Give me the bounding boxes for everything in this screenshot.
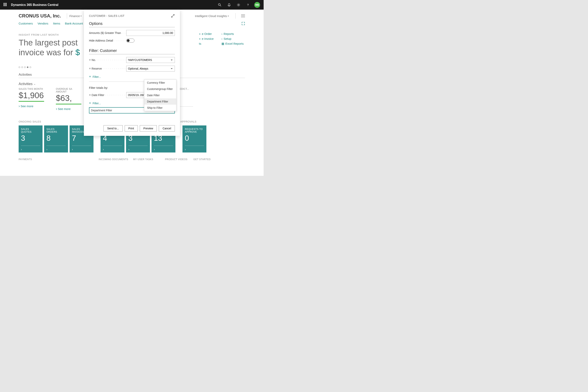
customer-sales-dialog: CUSTOMER - SALES LIST Options Amounts ($…	[84, 10, 180, 136]
company-name[interactable]: CRONUS USA, Inc.	[18, 13, 61, 18]
remove-filter-icon[interactable]: ×	[89, 93, 91, 97]
metric-value: $63,	[56, 94, 81, 103]
chevron-down-icon: ▾	[228, 15, 229, 17]
chevron-right-icon: ›	[154, 148, 155, 151]
filter-dropdown: Currency Filter Customergroup Filter Dat…	[144, 80, 176, 111]
send-to-button[interactable]: Send to...	[104, 125, 123, 132]
amount-input[interactable]	[126, 30, 175, 36]
divider	[67, 13, 67, 18]
plus-icon: +	[199, 32, 201, 36]
svg-point-2	[238, 4, 239, 6]
chevron-right-icon: ›	[222, 32, 222, 36]
gear-icon[interactable]	[236, 3, 240, 7]
add-filter-link[interactable]: Filter...	[89, 75, 175, 79]
date-filter-label: ×Date Filter	[89, 93, 126, 97]
filter-heading: Filter: Customer	[89, 48, 175, 54]
metric-bar	[18, 101, 44, 102]
preview-button[interactable]: Preview	[140, 125, 157, 132]
tab-bank[interactable]: Bank Account	[65, 22, 83, 25]
link-reports[interactable]: ›Reports	[222, 32, 244, 36]
menu-icon[interactable]	[241, 14, 245, 17]
reserve-label: ×Reserve	[89, 67, 126, 70]
help-icon[interactable]: ?	[246, 3, 250, 7]
chevron-right-icon: ›	[185, 148, 186, 151]
plus-icon: +	[199, 37, 201, 40]
amount-label: Amounts ($) Greater Than	[89, 31, 126, 34]
print-button[interactable]: Print	[125, 125, 138, 132]
ongoing-sales-label: ONGOING SALES	[18, 120, 41, 123]
top-bar: Dynamics 365 Business Central ? MB	[0, 0, 264, 10]
tab-vendors[interactable]: Vendors	[38, 22, 48, 25]
chevron-right-icon: ›	[222, 37, 222, 40]
quick-links: +e Order +e Invoice ts ›Reports ›Setup ▦…	[199, 32, 244, 47]
metric-overdue: OVERDUE SA AMOUNT $63, See more	[56, 88, 81, 113]
options-heading: Options	[89, 21, 175, 27]
chevron-right-icon: ›	[21, 148, 22, 151]
svg-point-0	[218, 4, 220, 6]
get-started-label: GET STARTED	[194, 158, 211, 161]
dropdown-item[interactable]: Date Filter	[144, 92, 176, 98]
nav-finance[interactable]: Finance▾	[70, 14, 82, 18]
tab-customers[interactable]: Customers	[18, 22, 33, 25]
app-launcher-icon[interactable]	[4, 3, 8, 7]
bell-icon[interactable]	[227, 3, 231, 7]
tab-items[interactable]: Items	[53, 22, 60, 25]
search-icon[interactable]	[218, 3, 222, 7]
dot[interactable]	[18, 66, 20, 68]
dialog-title: CUSTOMER - SALES LIST	[89, 14, 124, 18]
link-ts[interactable]: ts	[199, 42, 214, 45]
link-excel[interactable]: ▦Excel Reports	[222, 42, 244, 46]
chevron-right-icon: ›	[103, 148, 104, 151]
dropdown-item[interactable]: Ship-to Filter	[144, 105, 176, 111]
app-title: Dynamics 365 Business Central	[11, 3, 58, 7]
no-select[interactable]: %MYCUSTOMERS	[126, 57, 175, 63]
nav-insights[interactable]: Intelligent Cloud Insights▾	[195, 14, 229, 18]
chevron-right-icon: ›	[128, 148, 129, 151]
dropdown-item[interactable]: Customergroup Filter	[144, 86, 176, 92]
svg-text:?: ?	[247, 3, 249, 6]
chevron-down-icon: ▾	[80, 15, 82, 17]
chevron-right-icon: ›	[46, 148, 48, 151]
hide-addr-label: Hide Address Detail	[89, 39, 126, 42]
link-order[interactable]: +e Order	[199, 32, 214, 36]
dropdown-item[interactable]: Currency Filter	[144, 80, 176, 86]
tile-sales-orders[interactable]: SALES ORDERS8›	[44, 126, 68, 152]
dot[interactable]	[30, 66, 31, 68]
dot-active[interactable]	[27, 66, 28, 68]
incoming-docs-label: INCOMING DOCUMENTS	[98, 158, 128, 161]
metric-sales-month: SALES THIS MONTH $1,906 See more	[18, 88, 44, 113]
approvals-label: APPROVALS	[180, 120, 196, 123]
metric-bar	[56, 104, 81, 104]
reserve-select[interactable]: Optional, Always	[126, 66, 175, 72]
tile-approvals[interactable]: REQUESTS TO APPROVE0›	[182, 126, 206, 152]
cancel-button[interactable]: Cancel	[159, 125, 175, 132]
user-tasks-label: MY USER TASKS	[133, 158, 153, 161]
see-more-link[interactable]: See more	[56, 107, 81, 111]
avatar[interactable]: MB	[254, 2, 260, 8]
tile-sales-quotes[interactable]: SALES QUOTES3›	[18, 126, 42, 152]
dropdown-item-selected[interactable]: Department Filter	[144, 98, 176, 105]
hide-addr-toggle[interactable]	[126, 38, 134, 42]
svg-line-1	[220, 5, 221, 6]
chevron-down-icon: ⌄	[34, 82, 36, 85]
link-invoice[interactable]: +e Invoice	[199, 37, 214, 40]
expand-icon[interactable]	[242, 22, 245, 25]
bottom-section-labels: PAYMENTS INCOMING DOCUMENTS MY USER TASK…	[18, 158, 245, 161]
expand-icon[interactable]	[171, 14, 175, 18]
metric-label: SALES THIS MONTH	[18, 88, 44, 90]
remove-filter-icon[interactable]: ×	[89, 58, 91, 62]
product-videos-label: PRODUCT VIDEOS	[165, 158, 188, 161]
chevron-right-icon: ›	[72, 148, 73, 151]
payments-label: PAYMENTS	[18, 158, 32, 161]
dot[interactable]	[24, 66, 26, 68]
excel-icon: ▦	[222, 42, 224, 45]
dot[interactable]	[21, 66, 23, 68]
link-setup[interactable]: ›Setup	[222, 37, 244, 40]
metric-label: OVERDUE SA AMOUNT	[56, 88, 81, 93]
remove-filter-icon[interactable]: ×	[89, 67, 91, 70]
no-label: ×No.	[89, 58, 126, 62]
see-more-link[interactable]: See more	[18, 104, 44, 108]
metric-value: $1,906	[18, 91, 44, 100]
